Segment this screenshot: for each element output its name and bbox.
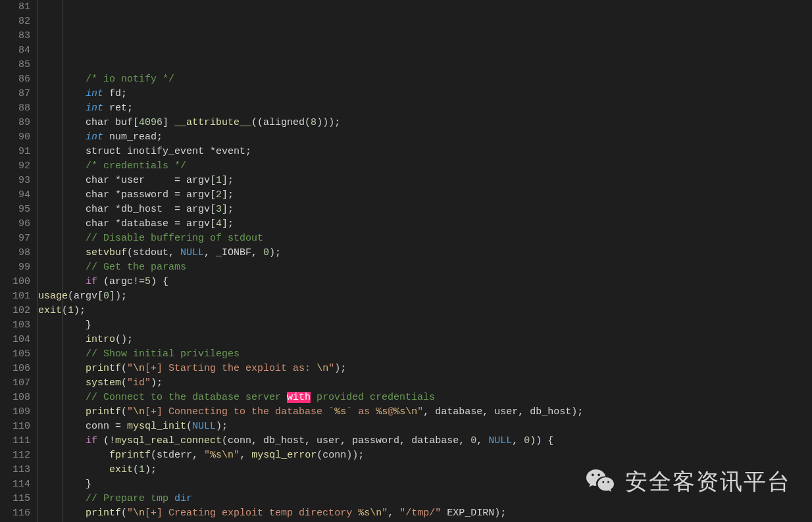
code-line[interactable]: printf("\n[+] Connecting to the database…: [38, 405, 812, 419]
line-number: 90: [0, 130, 30, 145]
line-number: 116: [0, 506, 30, 521]
line-number: 107: [0, 376, 30, 391]
line-number: 86: [0, 72, 30, 87]
code-line[interactable]: exit(1);: [38, 304, 812, 318]
line-number: 88: [0, 101, 30, 116]
code-line[interactable]: char *db_host = argv[3];: [38, 202, 812, 217]
code-line[interactable]: /* io notify */: [38, 72, 812, 87]
code-line[interactable]: conn = mysql_init(NULL);: [38, 419, 812, 434]
code-line[interactable]: struct inotify_event *event;: [38, 145, 812, 159]
code-line[interactable]: printf("\n[+] Starting the exploit as: \…: [38, 362, 812, 376]
line-number: 85: [0, 58, 30, 72]
line-number: 96: [0, 217, 30, 231]
code-line[interactable]: usage(argv[0]);: [38, 289, 812, 304]
line-number: 87: [0, 87, 30, 101]
code-line[interactable]: int ret;: [38, 101, 812, 116]
line-number: 81: [0, 0, 30, 14]
line-number: 91: [0, 145, 30, 159]
line-number: 104: [0, 333, 30, 347]
code-line[interactable]: char buf[4096] __attribute__((aligned(8)…: [38, 116, 812, 130]
code-line[interactable]: intro();: [38, 333, 812, 347]
line-number: 111: [0, 434, 30, 448]
code-line[interactable]: if (argc!=5) {: [38, 275, 812, 289]
line-number: 105: [0, 347, 30, 362]
line-number: 100: [0, 275, 30, 289]
line-number: 95: [0, 202, 30, 217]
line-number: 98: [0, 246, 30, 260]
code-line[interactable]: // Prepare tmp dir: [38, 492, 812, 506]
line-number: 94: [0, 188, 30, 202]
code-line[interactable]: printf("\n[+] Creating exploit temp dire…: [38, 506, 812, 521]
line-number: 113: [0, 463, 30, 477]
code-line[interactable]: // Connect to the database server with p…: [38, 391, 812, 405]
line-number: 112: [0, 448, 30, 463]
line-number: 109: [0, 405, 30, 419]
code-line[interactable]: setvbuf(stdout, NULL, _IONBF, 0);: [38, 246, 812, 260]
code-line[interactable]: char *database = argv[4];: [38, 217, 812, 231]
line-number: 89: [0, 116, 30, 130]
code-line[interactable]: }: [38, 318, 812, 333]
line-number: 110: [0, 419, 30, 434]
code-line[interactable]: exit(1);: [38, 463, 812, 477]
line-number: 82: [0, 14, 30, 29]
line-number: 108: [0, 391, 30, 405]
line-number: 99: [0, 260, 30, 275]
code-line[interactable]: int fd;: [38, 87, 812, 101]
line-number: 102: [0, 304, 30, 318]
line-number: 115: [0, 492, 30, 506]
line-number: 93: [0, 174, 30, 188]
line-number: 83: [0, 29, 30, 43]
code-line[interactable]: // Show initial privileges: [38, 347, 812, 362]
code-line[interactable]: char *password = argv[2];: [38, 188, 812, 202]
line-number: 103: [0, 318, 30, 333]
code-line[interactable]: /* credentials */: [38, 159, 812, 174]
line-number: 97: [0, 231, 30, 246]
code-line[interactable]: if (!mysql_real_connect(conn, db_host, u…: [38, 434, 812, 448]
code-line[interactable]: // Disable buffering of stdout: [38, 231, 812, 246]
line-number: 92: [0, 159, 30, 174]
line-number: 84: [0, 43, 30, 58]
code-line[interactable]: // Get the params: [38, 260, 812, 275]
code-area[interactable]: /* io notify */ int fd; int ret; char bu…: [37, 0, 812, 522]
code-editor[interactable]: 8182838485868788899091929394959697989910…: [0, 0, 812, 522]
code-line[interactable]: system("id");: [38, 376, 812, 391]
line-number: 106: [0, 362, 30, 376]
line-number-gutter: 8182838485868788899091929394959697989910…: [0, 0, 37, 522]
code-line[interactable]: int num_read;: [38, 130, 812, 145]
code-line[interactable]: fprintf(stderr, "%s\n", mysql_error(conn…: [38, 448, 812, 463]
line-number: 114: [0, 477, 30, 492]
line-number: 101: [0, 289, 30, 304]
code-line[interactable]: char *user = argv[1];: [38, 174, 812, 188]
code-line[interactable]: }: [38, 477, 812, 492]
